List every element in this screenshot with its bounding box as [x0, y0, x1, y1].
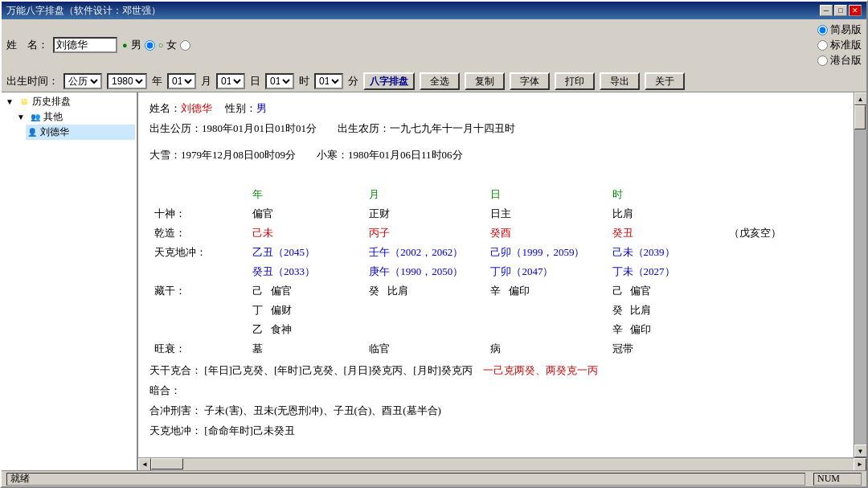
empty-col4	[726, 263, 841, 281]
content-panel[interactable]: 姓名：刘德华 性别：男 出生公历：1980年01月01日01时01分 出生农历：…	[138, 92, 854, 457]
jieqi-line: 大雪：1979年12月08日00时09分 小寒：1980年01月06日11时06…	[149, 147, 842, 164]
xiaohan-value: 1980年01月06日11时06分	[348, 149, 463, 161]
sidebar-item-group[interactable]: ▼ 👥 其他	[14, 109, 135, 125]
vertical-scrollbar[interactable]: ▲ ▼	[854, 92, 866, 457]
wangshuai-row: 旺衰： 墓 临官 病 冠带	[151, 340, 841, 358]
version-standard-radio[interactable]	[817, 40, 828, 51]
header-row: 年 月 日 时	[151, 186, 841, 203]
gender-value: 男	[256, 102, 267, 114]
sidebar: ▼ 🖥 历史排盘 ▼ 👥 其他 👤 刘德华	[2, 92, 138, 470]
minute-select[interactable]: 01	[314, 73, 343, 89]
minimize-button[interactable]: ─	[820, 5, 833, 16]
kongwang: （戊亥空）	[726, 224, 841, 242]
zanggan-year3-shen: 食神	[271, 323, 292, 335]
hscroll-thumb[interactable]	[151, 458, 183, 470]
tianchong2-label: 天克地冲：	[149, 424, 202, 437]
maximize-button[interactable]: □	[834, 5, 847, 16]
tianchong-hour1: 己未（2039）	[609, 244, 724, 261]
about-button[interactable]: 关于	[645, 72, 685, 90]
tianchong-day1: 己卯（1999，2059）	[487, 244, 607, 261]
font-button[interactable]: 字体	[510, 72, 550, 90]
main-area: ▼ 🖥 历史排盘 ▼ 👥 其他 👤 刘德华 姓名：刘德华	[2, 92, 866, 470]
hscroll-right-button[interactable]: ►	[854, 458, 866, 471]
sidebar-item-history[interactable]: ▼ 🖥 历史排盘	[3, 94, 135, 109]
hezhong-value: 子未(害)、丑未(无恩刑冲)、子丑(合)、酉丑(墓半合)	[204, 404, 441, 416]
vscroll-down-button[interactable]: ▼	[854, 445, 867, 457]
ganzhi-table: 年 月 日 时 十神： 偏官 正财 日主 比肩	[149, 184, 842, 359]
angan-line: 暗合：	[149, 383, 842, 400]
shishen-year: 偏官	[249, 205, 364, 223]
content-scroll-area: 姓名：刘德华 性别：男 出生公历：1980年01月01日01时01分 出生农历：…	[138, 92, 866, 457]
expand-icon2: ▼	[14, 111, 27, 124]
export-button[interactable]: 导出	[600, 72, 640, 90]
hezhong-line: 合冲刑害： 子未(害)、丑未(无恩刑冲)、子丑(合)、酉丑(墓半合)	[149, 403, 842, 420]
birth-solar-line: 出生公历：1980年01月01日01时01分 出生农历：一九七九年十一月十四丑时	[149, 121, 842, 137]
tiangan-value: [年日]己克癸、[年时]己克癸、[月日]癸克丙、[月时]癸克丙	[204, 364, 473, 376]
col-day-header: 日	[487, 186, 607, 203]
tianchong2-value: [命命年时]己未癸丑	[204, 424, 295, 437]
male-radio[interactable]	[145, 40, 155, 51]
version-hk-radio[interactable]	[817, 55, 828, 66]
shishen-day: 日主	[487, 205, 607, 223]
version-simple-radio[interactable]	[817, 25, 828, 35]
vscroll-track[interactable]	[854, 105, 867, 445]
xiaohan-label: 小寒：	[317, 149, 348, 161]
hscroll-left-button[interactable]: ◄	[138, 458, 151, 471]
col-month-header: 月	[366, 186, 485, 203]
status-bar: 就绪 NUM	[2, 470, 866, 486]
hscroll-track[interactable]	[151, 458, 854, 471]
tiangan-highlight: 一己克两癸、两癸克一丙	[483, 364, 598, 376]
copy-button[interactable]: 复制	[465, 72, 505, 90]
tianchong-row1: 天克地冲： 乙丑（2045） 壬午（2002，2062） 己卯（1999，205…	[151, 244, 841, 261]
empty-col2	[726, 205, 841, 223]
main-window: 万能八字排盘（软件设计：邓世强） ─ □ ✕ 姓 名： ● 男 ○ 女 简易版 …	[0, 0, 868, 488]
vscroll-up-button[interactable]: ▲	[854, 92, 867, 105]
name-label: 姓名：	[149, 102, 181, 114]
expand-icon: ▼	[3, 96, 16, 109]
zanggan-hour3: 辛	[612, 323, 623, 335]
empty-col6	[726, 301, 841, 319]
day-select[interactable]: 01	[216, 73, 245, 89]
tianchong-month2: 庚午（1990，2050）	[366, 263, 485, 281]
shishen-row: 十神： 偏官 正财 日主 比肩	[151, 205, 841, 223]
name-input[interactable]	[53, 37, 117, 53]
zanggan-year2-shen: 偏财	[271, 304, 292, 316]
close-button[interactable]: ✕	[849, 5, 862, 16]
zanggan-day-row3	[487, 321, 607, 338]
hour-select[interactable]: 01	[265, 73, 294, 89]
ganzao-label: 乾造：	[151, 224, 248, 242]
birth-lunar-value: 一九七九年十一月十四丑时	[390, 122, 515, 134]
content-area: 姓名：刘德华 性别：男 出生公历：1980年01月01日01时01分 出生农历：…	[138, 92, 866, 470]
angan-label: 暗合：	[149, 384, 181, 396]
empty-col8	[726, 340, 841, 358]
selectall-button[interactable]: 全选	[420, 72, 460, 90]
male-label: 男	[131, 38, 141, 52]
year-select[interactable]: 1980	[107, 73, 147, 89]
zanggan-hour-row3: 辛 偏印	[609, 321, 724, 338]
zanggan-year-row2: 丁 偏财	[249, 301, 364, 319]
zanggan-row2: 丁 偏财 癸 比肩	[151, 301, 841, 319]
wangshuai-hour: 冠带	[609, 340, 724, 358]
paipan-button[interactable]: 八字排盘	[363, 72, 415, 90]
empty-col	[726, 186, 841, 203]
shishen-label: 十神：	[151, 205, 248, 223]
female-radio[interactable]	[180, 40, 190, 51]
title-bar-buttons: ─ □ ✕	[820, 5, 862, 16]
print-button[interactable]: 打印	[555, 72, 595, 90]
num-lock-indicator: NUM	[817, 473, 840, 485]
name-value: 刘德华	[181, 102, 212, 114]
month-select[interactable]: 01	[167, 73, 196, 89]
version-panel: 简易版 标准版 港台版	[817, 23, 862, 68]
zanggan-year2: 丁	[252, 304, 263, 316]
sidebar-item-person[interactable]: 👤 刘德华	[26, 125, 135, 140]
month-label: 月	[201, 74, 211, 88]
tiangan-label: 天干克合：	[149, 364, 202, 376]
vscroll-thumb[interactable]	[854, 105, 866, 129]
wangshuai-month: 临官	[366, 340, 485, 358]
version-simple-label: 简易版	[830, 23, 862, 37]
calendar-select[interactable]: 公历	[63, 73, 102, 89]
person-icon: 👤	[26, 126, 39, 139]
horizontal-scrollbar[interactable]: ◄ ►	[138, 457, 866, 470]
gender-label: 性别：	[225, 102, 256, 114]
version-simple-item: 简易版	[817, 23, 862, 37]
